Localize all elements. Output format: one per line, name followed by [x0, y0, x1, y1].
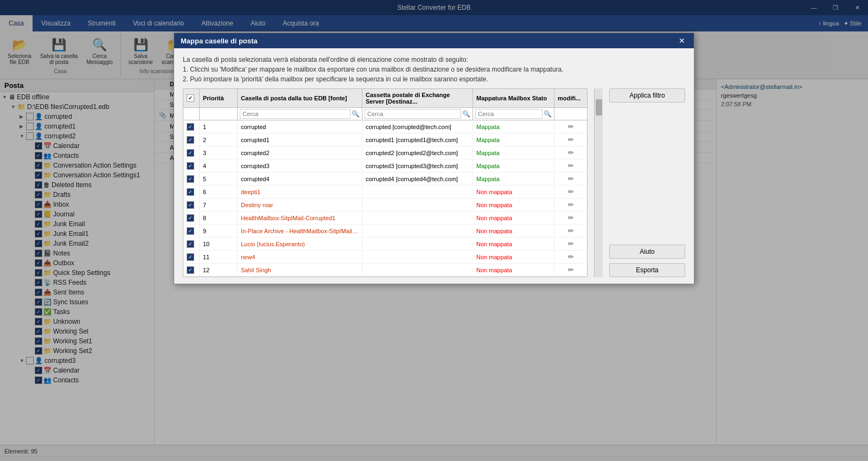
- modal-title: Mappa caselle di posta: [181, 37, 258, 45]
- row-source: corrupted1: [238, 135, 362, 145]
- row-priority: 11: [200, 252, 238, 262]
- modal-table-row[interactable]: ✓6deepti1Non mappata✏: [183, 185, 587, 199]
- row-priority: 7: [200, 200, 238, 210]
- row-checkbox[interactable]: ✓: [187, 175, 194, 183]
- row-checkbox-cell: ✓: [183, 186, 200, 198]
- scrollbar-thumb[interactable]: [596, 99, 602, 116]
- row-edit-button[interactable]: ✏: [568, 214, 574, 222]
- row-priority: 4: [200, 161, 238, 171]
- row-checkbox[interactable]: ✓: [187, 188, 194, 196]
- row-checkbox-cell: ✓: [183, 147, 200, 159]
- row-status: Non mappata: [473, 213, 554, 223]
- modal-info-line1: La casella di posta selezionata verrà el…: [183, 55, 685, 65]
- row-dest: corrupted [corrupted@tech.com]: [362, 121, 473, 132]
- help-button[interactable]: Aiuto: [609, 245, 685, 259]
- row-checkbox-cell: ✓: [183, 160, 200, 172]
- filter-status-search-icon: 🔍: [544, 110, 552, 118]
- row-source: Sahil Singh: [238, 265, 362, 276]
- row-status: Non mappata: [473, 187, 554, 197]
- row-edit-cell: ✏: [554, 264, 587, 276]
- row-checkbox[interactable]: ✓: [187, 266, 194, 274]
- row-edit-button[interactable]: ✏: [568, 175, 574, 183]
- modal-table: ✓ Priorità Casella di posta dalla tuo ED…: [183, 88, 588, 277]
- row-dest: [362, 242, 473, 246]
- row-checkbox[interactable]: ✓: [187, 253, 194, 261]
- modal-close-button[interactable]: ✕: [676, 36, 687, 45]
- modal-title-bar: Mappa caselle di posta ✕: [174, 33, 694, 48]
- row-priority: 2: [200, 135, 238, 145]
- modal-table-row[interactable]: ✓4corrupted3corrupted3 [corrupted3@tech.…: [183, 159, 587, 172]
- row-edit-cell: ✏: [554, 172, 587, 185]
- export-button[interactable]: Esporta: [609, 263, 685, 277]
- modal-table-row[interactable]: ✓7Destiny roarNon mappata✏: [183, 199, 587, 212]
- row-edit-button[interactable]: ✏: [568, 149, 574, 157]
- modal-table-row[interactable]: ✓10Lucio (lucius.Esperanto)Non mappata✏: [183, 238, 587, 251]
- apply-filter-button[interactable]: Applica filtro: [609, 88, 685, 103]
- row-dest: corrupted2 [corrupted2@tech.com]: [362, 148, 473, 158]
- row-edit-cell: ✏: [554, 251, 587, 263]
- row-status: Mappata: [473, 121, 554, 132]
- filter-dest-input[interactable]: [365, 109, 461, 119]
- modal-table-row[interactable]: ✓5corrupted4corrupted4 [corrupted4@tech.…: [183, 172, 587, 185]
- row-dest: [362, 229, 473, 233]
- row-priority: 3: [200, 148, 238, 158]
- row-status: Non mappata: [473, 200, 554, 210]
- modal-table-row[interactable]: ✓2corrupted1corrupted1 [corrupted1@tech.…: [183, 133, 587, 146]
- row-checkbox[interactable]: ✓: [187, 123, 194, 131]
- row-checkbox-cell: ✓: [183, 238, 200, 250]
- th-edit[interactable]: modifi...: [554, 89, 587, 107]
- row-status: Mappata: [473, 174, 554, 184]
- row-edit-button[interactable]: ✏: [568, 162, 574, 170]
- row-edit-cell: ✏: [554, 238, 587, 250]
- row-edit-cell: ✏: [554, 185, 587, 198]
- filter-status-input[interactable]: [475, 109, 542, 119]
- row-checkbox[interactable]: ✓: [187, 162, 194, 170]
- filter-dest-cell: 🔍: [362, 108, 473, 120]
- modal-table-row[interactable]: ✓3corrupted2corrupted2 [corrupted2@tech.…: [183, 146, 587, 159]
- filter-source-input[interactable]: [240, 109, 350, 119]
- row-edit-button[interactable]: ✏: [568, 123, 574, 131]
- modal-scrollbar[interactable]: [594, 88, 603, 277]
- row-checkbox[interactable]: ✓: [187, 201, 194, 209]
- modal-overlay: Mappa caselle di posta ✕ La casella di p…: [0, 0, 868, 461]
- row-edit-button[interactable]: ✏: [568, 136, 574, 144]
- row-priority: 10: [200, 239, 238, 249]
- row-edit-button[interactable]: ✏: [568, 253, 574, 261]
- row-edit-button[interactable]: ✏: [568, 266, 574, 274]
- th-source[interactable]: Casella di posta dalla tuo EDB [fonte]: [238, 89, 362, 107]
- modal-table-row[interactable]: ✓11new4Non mappata✏: [183, 251, 587, 264]
- row-edit-cell: ✏: [554, 199, 587, 211]
- row-edit-button[interactable]: ✏: [568, 188, 574, 196]
- row-source: Lucio (lucius.Esperanto): [238, 239, 362, 249]
- row-checkbox-cell: ✓: [183, 173, 200, 185]
- row-checkbox[interactable]: ✓: [187, 136, 194, 144]
- th-status[interactable]: Mappatura Mailbox Stato: [473, 89, 554, 107]
- row-checkbox[interactable]: ✓: [187, 227, 194, 235]
- row-source: new4: [238, 252, 362, 262]
- modal-sidebar-buttons: Applica filtro Aiuto Esporta: [609, 88, 685, 277]
- row-edit-button[interactable]: ✏: [568, 240, 574, 248]
- modal-table-row[interactable]: ✓8HealthMailbox-SitpIMail-Corrupted1Non …: [183, 212, 587, 225]
- modal-table-row[interactable]: ✓1corruptedcorrupted [corrupted@tech.com…: [183, 120, 587, 133]
- th-priority[interactable]: Priorità: [200, 89, 238, 107]
- th-dest[interactable]: Cassetta postale di Exchange Server [Des…: [362, 89, 473, 107]
- row-dest: corrupted1 [corrupted1@tech.com]: [362, 135, 473, 145]
- row-edit-button[interactable]: ✏: [568, 201, 574, 209]
- filter-source-search-icon: 🔍: [352, 110, 360, 118]
- select-all-checkbox[interactable]: ✓: [187, 94, 194, 102]
- modal-table-row[interactable]: ✓12Sahil SinghNon mappata✏: [183, 264, 587, 277]
- row-edit-button[interactable]: ✏: [568, 227, 574, 235]
- filter-source-cell: 🔍: [238, 108, 362, 120]
- row-dest: corrupted3 [corrupted3@tech.com]: [362, 161, 473, 171]
- row-edit-cell: ✏: [554, 120, 587, 133]
- row-checkbox-cell: ✓: [183, 251, 200, 263]
- filter-dest-search-icon: 🔍: [462, 110, 470, 118]
- row-status: Mappata: [473, 135, 554, 145]
- modal-table-row[interactable]: ✓9In-Place Archive - HealthMailbox-SitpI…: [183, 225, 587, 238]
- row-priority: 6: [200, 187, 238, 197]
- row-status: Mappata: [473, 148, 554, 158]
- row-checkbox[interactable]: ✓: [187, 214, 194, 222]
- row-checkbox[interactable]: ✓: [187, 149, 194, 157]
- row-checkbox[interactable]: ✓: [187, 240, 194, 248]
- filter-status-cell: 🔍: [473, 108, 554, 120]
